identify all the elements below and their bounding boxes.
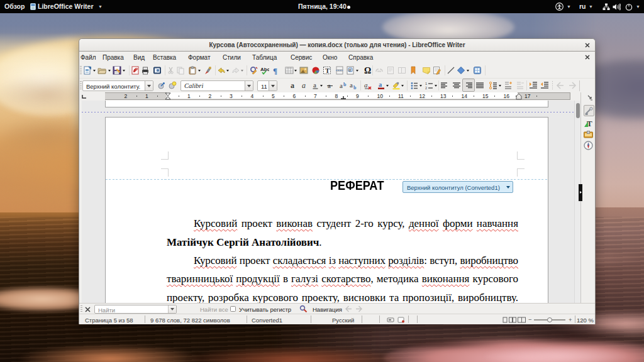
svg-text:a: a bbox=[291, 81, 294, 90]
svg-text:b: b bbox=[343, 82, 347, 87]
svg-text:¶: ¶ bbox=[273, 66, 277, 75]
svg-text:Ω: Ω bbox=[364, 66, 371, 75]
svg-text:T: T bbox=[325, 67, 330, 74]
svg-text:a: a bbox=[350, 81, 353, 89]
svg-text:a: a bbox=[340, 82, 343, 89]
svg-text:T: T bbox=[587, 119, 592, 128]
svg-text:a: a bbox=[313, 81, 316, 89]
svg-text:2: 2 bbox=[425, 86, 427, 90]
svg-text:a: a bbox=[364, 81, 368, 89]
svg-text:1: 1 bbox=[425, 82, 427, 85]
svg-text:Abc: Abc bbox=[260, 67, 269, 72]
svg-text:a: a bbox=[379, 81, 382, 88]
svg-text:a: a bbox=[302, 81, 306, 90]
svg-text:b: b bbox=[353, 85, 357, 90]
